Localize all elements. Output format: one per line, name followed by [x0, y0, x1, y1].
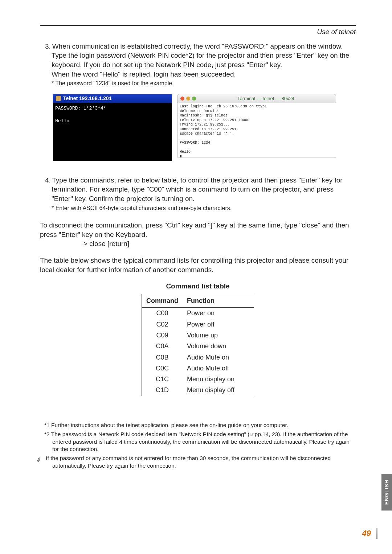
section-header: Use of telnet: [40, 27, 356, 37]
th-function: Function: [183, 294, 254, 308]
mac-window-dots: [180, 97, 196, 100]
page-number: 49: [362, 528, 371, 539]
minimize-icon: [186, 97, 190, 100]
table-row: C02Power off: [142, 319, 254, 330]
step4-text: 4. Type the commands, refer to below tab…: [40, 176, 356, 204]
th-command: Command: [142, 294, 183, 308]
step3-note: * The password "1234" is used for the ex…: [40, 79, 356, 87]
win-titlebar: Telnet 192.168.1.201: [53, 94, 172, 103]
mac-terminal-screenshot: Terminal — telnet — 80x24 Last login: Tu…: [177, 94, 336, 161]
step3-continue: When the word "Hello" is replied, login …: [40, 70, 356, 79]
windows-telnet-screenshot: Telnet 192.168.1.201 PASSWORD: 1*2*3*4* …: [53, 94, 172, 161]
table-intro: The table below shows the typical comman…: [40, 256, 356, 274]
close-icon: [180, 97, 184, 100]
step3-text: 3. When communication is established cor…: [40, 42, 356, 70]
step-3: 3. When communication is established cor…: [40, 42, 356, 87]
win-terminal-body: PASSWORD: 1*2*3*4* Hello _: [53, 103, 172, 161]
footnotes: *1 Further instructions about the telnet…: [40, 422, 356, 470]
win-title: Telnet 192.168.1.201: [63, 95, 112, 102]
pointer-icon: ✐: [43, 455, 45, 462]
language-tab: ENGLISH: [381, 474, 392, 510]
mac-titlebar: Terminal — telnet — 80x24: [177, 94, 336, 103]
disconnect-text: To disconnect the communication, press "…: [40, 221, 356, 239]
footnote-note-text: If the password or any command is not en…: [46, 455, 331, 469]
step-4: 4. Type the commands, refer to below tab…: [40, 176, 356, 212]
footnote-2: *2 The password is a Network PIN code de…: [40, 431, 356, 454]
table-row: C0BAudio Mute on: [142, 352, 254, 363]
mac-title: Terminal — telnet — 80x24: [199, 95, 333, 102]
command-table: Command Function C00Power on C02Power of…: [142, 294, 254, 396]
disconnect-paragraph: To disconnect the communication, press "…: [40, 221, 356, 249]
table-row: C00Power on: [142, 308, 254, 319]
table-row: C0CAudio Mute off: [142, 363, 254, 374]
zoom-icon: [192, 97, 196, 100]
step4-note: * Enter with ASCII 64-byte capital chara…: [40, 204, 356, 212]
page-edge-decoration: [376, 528, 377, 539]
table-title: Command list table: [40, 282, 356, 291]
table-row: C1CMenu display on: [142, 374, 254, 385]
footnote-note: ✐ If the password or any command is not …: [40, 455, 356, 470]
close-command: > close [return]: [40, 239, 356, 249]
footnote-1: *1 Further instructions about the telnet…: [40, 422, 356, 429]
table-row: C1DMenu display off: [142, 385, 254, 396]
table-row: C0AVolume down: [142, 341, 254, 352]
table-row: C09Volume up: [142, 330, 254, 341]
mac-terminal-body: Last login: Tue Feb 26 16:03:39 on ttyp1…: [177, 103, 336, 157]
telnet-icon: [56, 96, 61, 101]
